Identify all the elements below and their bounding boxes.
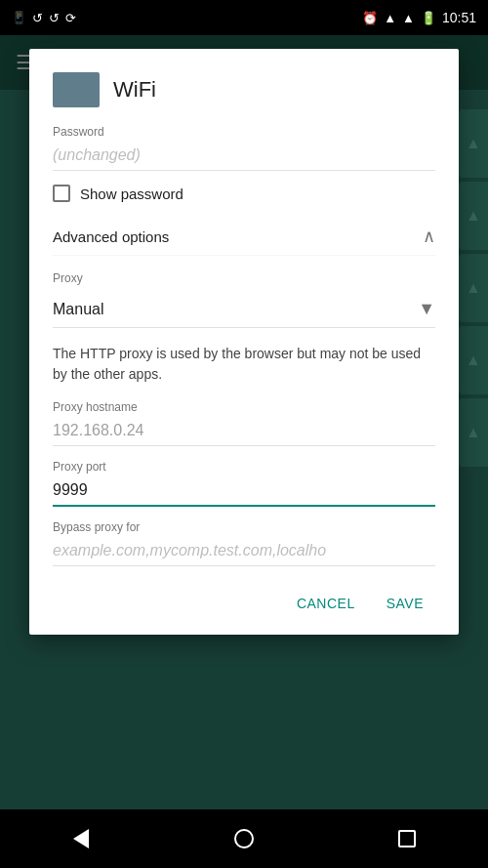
advanced-options-label: Advanced options: [53, 228, 169, 245]
password-input[interactable]: [53, 143, 435, 171]
home-icon: [234, 829, 254, 848]
show-password-checkbox[interactable]: [53, 185, 70, 202]
wifi-logo-box: [53, 72, 100, 107]
android-icon: 📱: [12, 11, 26, 24]
cancel-button[interactable]: CANCEL: [285, 588, 367, 619]
recents-button[interactable]: [387, 819, 427, 858]
dialog-header: WiFi: [53, 72, 435, 107]
alarm-icon: ⏰: [362, 11, 378, 25]
proxy-port-label: Proxy port: [53, 460, 435, 474]
bypass-proxy-input[interactable]: [53, 538, 435, 566]
battery-icon: 🔋: [421, 11, 436, 25]
chevron-up-icon: ∧: [423, 226, 435, 247]
proxy-info-text: The HTTP proxy is used by the browser bu…: [53, 344, 435, 385]
status-time: 10:51: [442, 10, 476, 25]
proxy-port-input[interactable]: [53, 477, 435, 507]
show-password-row[interactable]: Show password: [53, 185, 435, 202]
password-field: Password: [53, 125, 435, 171]
proxy-selected-value: Manual: [53, 301, 103, 318]
proxy-hostname-field: Proxy hostname: [53, 400, 435, 446]
refresh2-icon: ↺: [49, 11, 60, 25]
nav-bar: [0, 809, 488, 868]
signal-icon: ▲: [384, 11, 396, 25]
bypass-proxy-label: Bypass proxy for: [53, 520, 435, 534]
home-button[interactable]: [224, 819, 264, 858]
recents-icon: [398, 830, 416, 847]
wifi-icon: ▲: [402, 11, 415, 25]
proxy-hostname-input[interactable]: [53, 418, 435, 446]
status-bar: 📱 ↺ ↺ ⟳ ⏰ ▲ ▲ 🔋 10:51: [0, 0, 488, 35]
dropdown-arrow-icon: ▼: [418, 299, 435, 319]
proxy-section-label: Proxy: [53, 271, 435, 285]
password-label: Password: [53, 125, 435, 139]
proxy-port-field: Proxy port: [53, 460, 435, 507]
refresh-icon: ↺: [32, 11, 43, 25]
proxy-hostname-label: Proxy hostname: [53, 400, 435, 414]
dialog-actions: CANCEL SAVE: [53, 580, 435, 619]
dialog-title: WiFi: [113, 77, 156, 103]
advanced-options-row[interactable]: Advanced options ∧: [53, 218, 435, 256]
bypass-proxy-field: Bypass proxy for: [53, 520, 435, 566]
show-password-label: Show password: [80, 186, 183, 202]
sync-icon: ⟳: [65, 11, 76, 25]
status-bar-left: 📱 ↺ ↺ ⟳: [12, 11, 76, 25]
proxy-dropdown[interactable]: Manual ▼: [53, 293, 435, 328]
back-button[interactable]: [61, 819, 101, 858]
back-icon: [73, 829, 89, 848]
wifi-dialog: WiFi Password Show password Advanced opt…: [29, 49, 459, 635]
save-button[interactable]: SAVE: [375, 588, 435, 619]
status-bar-right: ⏰ ▲ ▲ 🔋 10:51: [362, 10, 476, 25]
